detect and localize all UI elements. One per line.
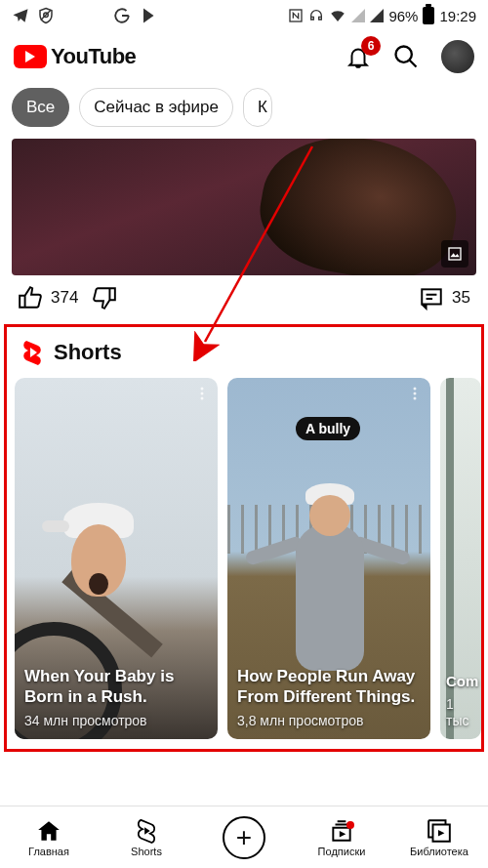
shorts-card-title: How People Run Away From Different Thing… [237,667,415,705]
nav-create[interactable]: + [195,806,293,868]
shorts-card[interactable]: When Your Baby is Born in a Rush. 34 млн… [15,378,218,739]
wifi-icon [329,7,346,24]
youtube-wordmark: YouTube [51,44,136,69]
shorts-card[interactable]: Com 1 тыс [440,378,481,739]
shorts-card-title: When Your Baby is Born in a Rush. [24,667,174,705]
google-icon [113,7,131,24]
shorts-nav-icon [134,818,159,844]
shorts-card-views: 3,8 млн просмотров [237,713,421,729]
shorts-card[interactable]: A bully How People Run Away From Differe… [227,378,430,739]
shorts-card-views: 1 тыс [446,696,471,729]
svg-point-9 [201,397,204,400]
chip-more[interactable]: К [243,88,272,127]
home-icon [36,818,61,844]
app-header: YouTube 6 [0,31,488,82]
search-button[interactable] [392,43,420,70]
shorts-card-views: 34 млн просмотров [24,713,208,729]
nav-home[interactable]: Главная [0,806,98,868]
nfc-icon [288,8,304,23]
svg-point-8 [201,393,204,395]
video-thumbnail[interactable] [12,139,476,275]
chip-all[interactable]: Все [12,88,69,127]
chip-live[interactable]: Сейчас в эфире [79,88,233,127]
shorts-card-title: Com [446,673,478,689]
status-bar: 96% 19:29 [0,0,488,31]
nav-home-label: Главная [28,846,69,857]
notification-dot [346,821,354,829]
status-right: 96% 19:29 [288,7,476,24]
image-overlay-icon [441,240,468,268]
telegram-icon [12,7,29,24]
youtube-play-icon [14,45,47,68]
avatar[interactable] [441,40,474,73]
status-left [12,7,55,24]
battery-percent: 96% [388,8,418,24]
nav-library[interactable]: Библиотека [390,806,488,868]
nav-library-label: Библиотека [410,846,468,857]
svg-rect-5 [422,289,441,304]
filter-chips: Навигатор Все Сейчас в эфире К [0,82,488,133]
like-count: 374 [51,288,78,308]
svg-point-2 [396,47,412,62]
clock: 19:29 [439,8,476,24]
notification-badge: 6 [361,36,381,56]
more-icon[interactable] [194,386,210,401]
headphones-icon [308,8,324,23]
like-button[interactable]: 374 [18,285,78,310]
svg-rect-4 [449,248,461,260]
shield-icon [37,7,55,24]
svg-point-10 [414,388,417,391]
shorts-title: Shorts [54,340,122,365]
caption-bubble: A bully [296,417,360,440]
shorts-icon [20,339,44,366]
svg-point-12 [414,397,417,400]
library-icon [427,818,452,844]
nav-subscriptions[interactable]: Подписки [293,806,390,868]
svg-point-7 [201,388,204,391]
nav-shorts-label: Shorts [131,846,162,857]
shorts-shelf: Shorts When Your Baby is Born in a Rush.… [4,324,484,752]
play-store-icon [141,7,158,24]
more-icon[interactable] [407,386,423,401]
comment-count: 35 [452,288,470,308]
bottom-nav: Главная Shorts + Подписки Библиотека [0,806,488,868]
shorts-row: When Your Baby is Born in a Rush. 34 млн… [15,378,473,739]
comment-icon [419,285,444,310]
youtube-logo[interactable]: YouTube [14,44,136,69]
plus-icon: + [223,816,265,859]
nav-subs-label: Подписки [318,846,366,857]
thumbs-down-icon [92,285,117,310]
comments-button[interactable]: 35 [419,285,470,310]
signal-icon [351,9,365,22]
engagement-row: 374 35 [18,285,470,310]
thumbs-up-icon [18,285,43,310]
dislike-button[interactable] [92,285,117,310]
shorts-header[interactable]: Shorts [15,335,473,378]
signal-icon [370,9,384,22]
nav-shorts[interactable]: Shorts [98,806,195,868]
notifications-button[interactable]: 6 [346,44,371,69]
battery-icon [423,7,434,24]
svg-point-11 [414,393,417,395]
